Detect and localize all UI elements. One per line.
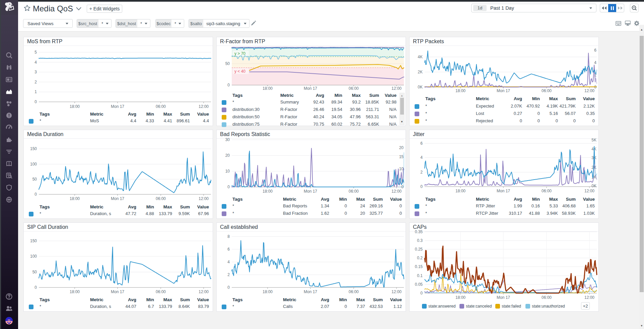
svg-text:0.25: 0.25 <box>415 247 423 252</box>
svg-text:Mon 17: Mon 17 <box>304 86 317 91</box>
svg-text:18:00: 18:00 <box>70 196 80 201</box>
svg-text:18:00: 18:00 <box>70 104 80 109</box>
svg-text:50: 50 <box>32 177 37 182</box>
svg-text:0.35: 0.35 <box>415 229 423 234</box>
svg-text:06:00: 06:00 <box>156 289 166 294</box>
svg-text:0: 0 <box>227 185 230 189</box>
svg-text:12:00: 12:00 <box>584 295 594 300</box>
svg-text:18:00: 18:00 <box>455 88 466 93</box>
svg-text:Mon 17: Mon 17 <box>304 289 317 294</box>
svg-text:06:00: 06:00 <box>542 189 552 193</box>
svg-text:06:00: 06:00 <box>349 189 359 194</box>
svg-text:0.2: 0.2 <box>417 256 423 260</box>
svg-text:12:00: 12:00 <box>584 88 594 93</box>
svg-text:6: 6 <box>594 48 596 53</box>
svg-text:4: 4 <box>594 60 596 65</box>
svg-text:18:00: 18:00 <box>70 289 80 294</box>
svg-text:18:00: 18:00 <box>455 189 466 193</box>
svg-text:0: 0 <box>34 100 37 104</box>
svg-text:20: 20 <box>399 145 404 150</box>
svg-text:y < 40: y < 40 <box>234 69 245 74</box>
svg-text:06:00: 06:00 <box>542 295 552 300</box>
svg-text:Mon 17: Mon 17 <box>111 196 124 201</box>
svg-text:4: 4 <box>34 60 37 65</box>
svg-text:12:00: 12:00 <box>391 289 402 294</box>
svg-text:0K: 0K <box>418 85 423 89</box>
svg-text:0: 0 <box>34 285 37 290</box>
svg-text:20: 20 <box>225 153 230 158</box>
svg-text:2: 2 <box>34 80 37 84</box>
svg-text:0: 0 <box>34 192 37 197</box>
svg-text:12:00: 12:00 <box>199 104 209 109</box>
svg-text:150: 150 <box>30 146 37 151</box>
svg-text:0: 0 <box>420 184 423 189</box>
svg-text:3: 3 <box>34 70 37 74</box>
svg-text:1: 1 <box>34 89 37 94</box>
svg-text:10: 10 <box>225 169 230 174</box>
svg-text:0.05: 0.05 <box>415 282 423 287</box>
svg-text:100: 100 <box>30 254 37 259</box>
svg-text:50: 50 <box>32 270 37 274</box>
svg-text:2: 2 <box>420 170 423 175</box>
svg-text:Mon 17: Mon 17 <box>497 189 510 193</box>
svg-text:0: 0 <box>420 291 423 295</box>
svg-text:6: 6 <box>420 141 423 146</box>
svg-text:18:00: 18:00 <box>263 86 273 91</box>
svg-text:18:00: 18:00 <box>455 295 466 300</box>
svg-text:150: 150 <box>30 239 37 243</box>
svg-text:50: 50 <box>225 61 230 66</box>
svg-text:Mon 17: Mon 17 <box>497 88 510 93</box>
svg-text:12:00: 12:00 <box>391 86 402 91</box>
svg-text:06:00: 06:00 <box>349 86 359 91</box>
svg-text:Mon 17: Mon 17 <box>111 289 124 294</box>
svg-text:0: 0 <box>227 285 230 290</box>
svg-text:4K: 4K <box>418 55 423 59</box>
svg-text:y > 70: y > 70 <box>234 51 245 56</box>
svg-text:4: 4 <box>227 260 230 264</box>
svg-text:12:00: 12:00 <box>391 189 402 194</box>
svg-text:6: 6 <box>227 247 230 252</box>
svg-text:18:00: 18:00 <box>263 189 273 194</box>
svg-text:2: 2 <box>227 272 230 277</box>
svg-text:100: 100 <box>30 162 37 167</box>
svg-text:06:00: 06:00 <box>349 289 359 294</box>
svg-text:06:00: 06:00 <box>156 104 166 109</box>
svg-text:2K: 2K <box>418 70 423 74</box>
svg-text:30: 30 <box>225 137 230 142</box>
svg-text:12:00: 12:00 <box>584 189 594 193</box>
svg-text:0.1: 0.1 <box>417 273 423 278</box>
svg-text:12:00: 12:00 <box>199 196 209 201</box>
svg-text:Mon 17: Mon 17 <box>497 295 510 300</box>
svg-text:18:00: 18:00 <box>263 289 273 294</box>
svg-text:4: 4 <box>420 155 423 160</box>
svg-text:0K: 0K <box>591 184 596 188</box>
svg-text:Mon 17: Mon 17 <box>304 189 317 194</box>
svg-text:5: 5 <box>34 50 37 55</box>
svg-text:0.3: 0.3 <box>417 238 423 243</box>
svg-text:5K: 5K <box>591 138 596 142</box>
svg-text:15: 15 <box>399 154 404 159</box>
svg-text:0.15: 0.15 <box>415 264 423 269</box>
svg-text:06:00: 06:00 <box>542 88 552 93</box>
svg-text:06:00: 06:00 <box>156 196 166 201</box>
svg-text:12:00: 12:00 <box>199 289 209 294</box>
svg-text:Mon 17: Mon 17 <box>111 104 124 109</box>
svg-text:8: 8 <box>227 234 230 239</box>
svg-text:0: 0 <box>227 83 230 87</box>
